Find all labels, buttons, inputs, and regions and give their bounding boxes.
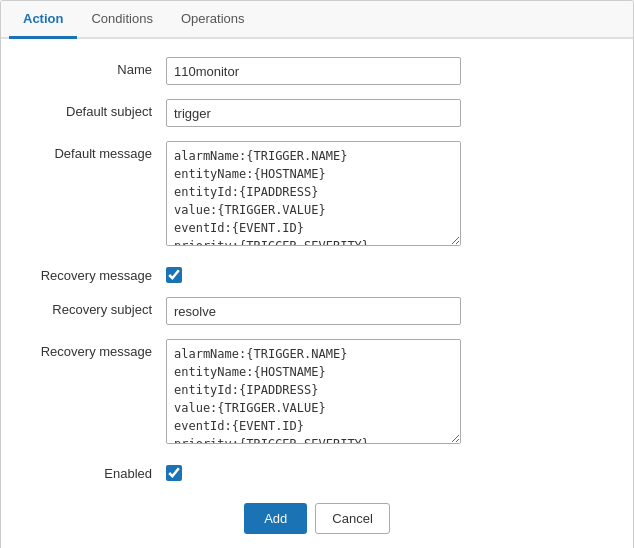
form-content: Name Default subject Default message xyxy=(1,39,633,548)
recovery-subject-row: Recovery subject xyxy=(21,297,613,325)
tab-action[interactable]: Action xyxy=(9,1,77,39)
recovery-message-text-control xyxy=(166,339,613,447)
tab-bar: Action Conditions Operations xyxy=(1,1,633,39)
recovery-subject-input[interactable] xyxy=(166,297,461,325)
cancel-button[interactable]: Cancel xyxy=(315,503,389,534)
default-subject-label: Default subject xyxy=(21,99,166,119)
default-message-control xyxy=(166,141,613,249)
recovery-subject-control xyxy=(166,297,613,325)
recovery-message-toggle-row: Recovery message xyxy=(21,263,613,283)
recovery-message-text-row: Recovery message xyxy=(21,339,613,447)
recovery-message-toggle-label: Recovery message xyxy=(21,263,166,283)
name-input[interactable] xyxy=(166,57,461,85)
recovery-message-checkbox[interactable] xyxy=(166,267,182,283)
tab-conditions[interactable]: Conditions xyxy=(77,1,166,39)
default-subject-row: Default subject xyxy=(21,99,613,127)
add-button[interactable]: Add xyxy=(244,503,307,534)
default-message-textarea[interactable] xyxy=(166,141,461,246)
recovery-message-textarea[interactable] xyxy=(166,339,461,444)
enabled-label: Enabled xyxy=(21,461,166,481)
recovery-subject-label: Recovery subject xyxy=(21,297,166,317)
name-row: Name xyxy=(21,57,613,85)
default-message-row: Default message xyxy=(21,141,613,249)
name-control xyxy=(166,57,613,85)
default-message-label: Default message xyxy=(21,141,166,161)
default-subject-input[interactable] xyxy=(166,99,461,127)
recovery-message-text-label: Recovery message xyxy=(21,339,166,359)
enabled-row: Enabled xyxy=(21,461,613,481)
recovery-message-toggle-control xyxy=(166,263,613,283)
tab-operations[interactable]: Operations xyxy=(167,1,259,39)
buttons-row: Add Cancel xyxy=(21,495,613,544)
default-subject-control xyxy=(166,99,613,127)
enabled-control xyxy=(166,461,613,481)
enabled-checkbox[interactable] xyxy=(166,465,182,481)
name-label: Name xyxy=(21,57,166,77)
